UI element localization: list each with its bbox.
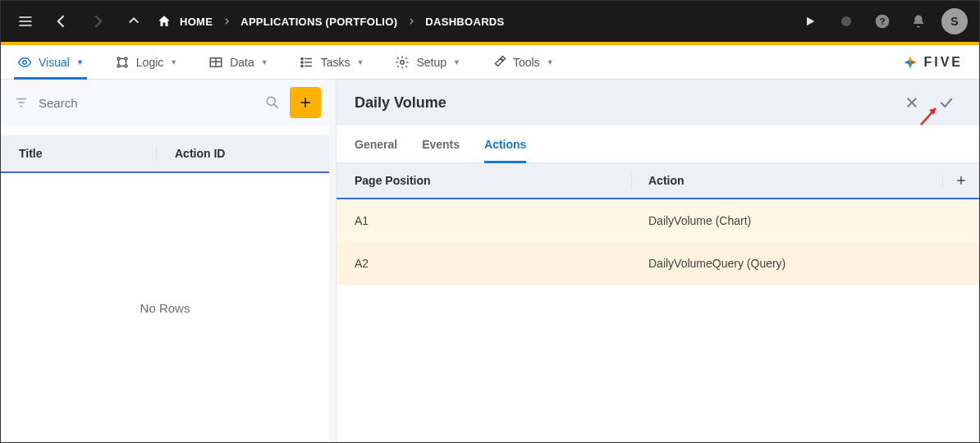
breadcrumb-applications-label: APPLICATIONS (PORTFOLIO) [240, 16, 397, 28]
nav-logic-label: Logic [136, 56, 163, 69]
chevron-down-icon: ▼ [170, 58, 177, 66]
help-icon[interactable]: ? [869, 8, 895, 34]
nav-tools-label: Tools [513, 56, 540, 69]
main-area: Title Action ID No Rows Daily Volume Gen… [1, 80, 979, 442]
nav-setup-label: Setup [416, 56, 446, 69]
svg-line-30 [274, 104, 278, 108]
tools-icon [492, 55, 506, 70]
svg-point-29 [267, 97, 275, 105]
grid-add-button[interactable] [943, 174, 979, 187]
play-icon[interactable] [797, 8, 823, 34]
svg-point-9 [125, 57, 127, 60]
bell-icon[interactable] [905, 8, 932, 34]
table-row[interactable]: A1 DailyVolume (Chart) [337, 199, 979, 242]
table-icon [208, 55, 223, 70]
svg-point-8 [117, 57, 120, 60]
list-col-title[interactable]: Title [1, 147, 157, 160]
navbar: Visual ▼ Logic ▼ Data ▼ Tasks ▼ Setup ▼ … [1, 45, 979, 80]
avatar[interactable]: S [941, 8, 968, 34]
menu-icon[interactable] [12, 8, 39, 34]
tab-general-label: General [355, 138, 397, 151]
nav-visual-label: Visual [39, 56, 70, 69]
tab-actions[interactable]: Actions [484, 126, 526, 162]
chevron-right-icon [222, 17, 231, 25]
list-col-action-id[interactable]: Action ID [157, 147, 329, 160]
gear-icon [395, 55, 410, 70]
left-panel: Title Action ID No Rows [1, 80, 329, 442]
topbar: HOME APPLICATIONS (PORTFOLIO) DASHBOARDS… [1, 1, 979, 45]
nav-tasks-label: Tasks [321, 56, 350, 69]
chevron-right-icon [407, 17, 415, 25]
svg-point-7 [23, 60, 27, 64]
svg-marker-3 [807, 17, 814, 26]
nav-visual[interactable]: Visual ▼ [17, 45, 84, 79]
add-button[interactable] [290, 87, 321, 118]
filter-icon[interactable] [9, 95, 34, 110]
chevron-down-icon: ▼ [261, 58, 268, 66]
chevron-down-icon: ▼ [547, 58, 554, 66]
eye-icon [17, 55, 32, 70]
svg-point-11 [125, 65, 127, 67]
cell-page-position: A1 [337, 214, 632, 227]
breadcrumb-dashboards-label: DASHBOARDS [425, 16, 504, 28]
form-header: Daily Volume [337, 80, 979, 126]
chevron-down-icon: ▼ [453, 58, 460, 66]
list-header: Title Action ID [1, 135, 329, 173]
svg-point-4 [841, 16, 851, 26]
cell-page-position: A2 [337, 257, 632, 270]
form-title: Daily Volume [355, 94, 446, 112]
brand-mark-icon [902, 54, 918, 71]
back-icon[interactable] [48, 8, 75, 34]
breadcrumb-applications[interactable]: APPLICATIONS (PORTFOLIO) [240, 16, 397, 28]
brand-logo: FIVE [902, 54, 963, 71]
breadcrumb-dashboards[interactable]: DASHBOARDS [425, 16, 504, 28]
nav-logic[interactable]: Logic ▼ [115, 45, 177, 79]
app-root: HOME APPLICATIONS (PORTFOLIO) DASHBOARDS… [0, 0, 980, 443]
grid-col-page-position[interactable]: Page Position [337, 174, 632, 187]
chevron-down-icon: ▼ [76, 58, 84, 66]
cell-action: DailyVolumeQuery (Query) [632, 257, 943, 270]
search-input[interactable] [39, 96, 255, 110]
forward-icon [85, 8, 111, 34]
avatar-initial: S [950, 15, 958, 28]
grid-header: Page Position Action [337, 163, 979, 199]
close-button[interactable] [897, 88, 927, 117]
searchbar [1, 80, 329, 126]
logic-icon [115, 55, 130, 70]
nav-data[interactable]: Data ▼ [208, 45, 268, 79]
breadcrumb-home[interactable]: HOME [157, 14, 213, 29]
svg-point-10 [117, 65, 120, 67]
svg-point-20 [301, 65, 303, 66]
plus-icon [955, 174, 968, 187]
cell-action: DailyVolume (Chart) [632, 214, 943, 227]
svg-point-18 [301, 57, 303, 59]
svg-point-19 [301, 61, 303, 62]
search-icon[interactable] [260, 94, 285, 111]
save-button[interactable] [932, 88, 961, 117]
table-row[interactable]: A2 DailyVolumeQuery (Query) [337, 242, 979, 285]
nav-data-label: Data [230, 56, 254, 69]
nav-setup[interactable]: Setup ▼ [395, 45, 460, 79]
brand-text: FIVE [923, 55, 963, 70]
close-icon [904, 95, 919, 110]
right-panel: Daily Volume General Events Actions Page… [336, 80, 979, 442]
grid-col-action[interactable]: Action [632, 174, 943, 187]
nav-tasks[interactable]: Tasks ▼ [300, 45, 364, 79]
tab-events[interactable]: Events [422, 126, 460, 162]
nav-tools[interactable]: Tools ▼ [492, 45, 554, 79]
deploy-icon[interactable] [833, 8, 859, 34]
form-tabs: General Events Actions [337, 126, 979, 163]
tab-actions-label: Actions [484, 138, 526, 151]
list-empty-text: No Rows [140, 301, 190, 315]
list-empty: No Rows [1, 173, 329, 442]
check-icon [938, 94, 955, 111]
home-icon [157, 14, 172, 29]
svg-text:?: ? [879, 16, 885, 26]
tasks-icon [300, 55, 314, 70]
up-icon[interactable] [121, 8, 147, 34]
plus-icon [297, 94, 314, 111]
tab-general[interactable]: General [355, 126, 397, 162]
tab-events-label: Events [422, 138, 460, 151]
svg-point-21 [401, 60, 405, 64]
chevron-down-icon: ▼ [357, 58, 364, 66]
